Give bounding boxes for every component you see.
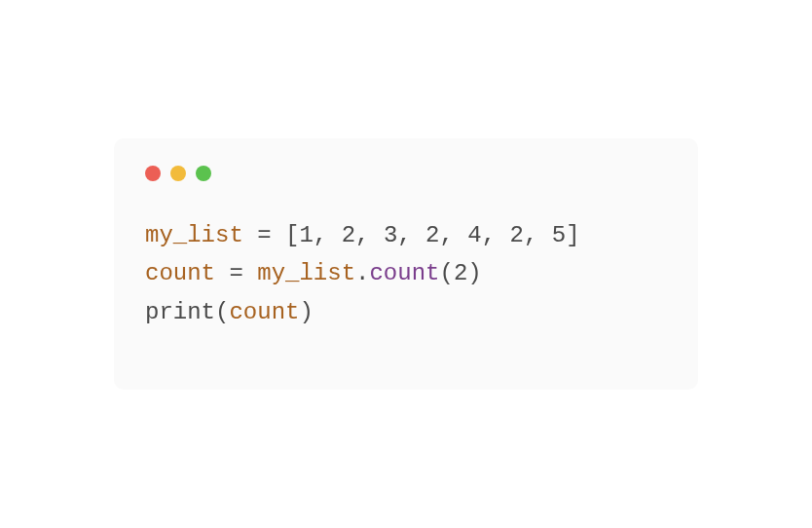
number: 2: [454, 260, 467, 286]
code-line-1: my_list = [1, 2, 3, 2, 4, 2, 5]: [145, 216, 667, 255]
number: 2: [425, 222, 439, 248]
code-window: my_list = [1, 2, 3, 2, 4, 2, 5]count = m…: [114, 138, 698, 391]
object-name: my_list: [257, 260, 355, 286]
close-icon: [145, 166, 161, 181]
dot-op: .: [355, 260, 369, 286]
comma: ,: [314, 222, 342, 248]
left-paren: (: [439, 260, 453, 286]
number: 2: [510, 222, 524, 248]
function-call: print: [145, 299, 215, 325]
variable-name: count: [145, 260, 215, 286]
assign-op: =: [215, 260, 257, 286]
number: 2: [342, 222, 355, 248]
number: 4: [467, 222, 481, 248]
comma: ,: [355, 222, 384, 248]
assign-op: =: [243, 222, 285, 248]
method-name: count: [369, 260, 439, 286]
right-paren: ): [467, 260, 481, 286]
right-paren: ): [299, 299, 313, 325]
comma: ,: [440, 222, 468, 248]
window-controls: [145, 166, 667, 181]
code-block: my_list = [1, 2, 3, 2, 4, 2, 5]count = m…: [145, 216, 667, 332]
right-bracket: ]: [566, 222, 579, 248]
minimize-icon: [170, 166, 186, 181]
number: 1: [299, 222, 313, 248]
left-bracket: [: [285, 222, 299, 248]
comma: ,: [482, 222, 510, 248]
code-line-3: print(count): [145, 293, 667, 332]
comma: ,: [524, 222, 552, 248]
argument: count: [229, 299, 299, 325]
code-line-2: count = my_list.count(2): [145, 254, 667, 293]
maximize-icon: [196, 166, 211, 181]
number: 3: [384, 222, 397, 248]
comma: ,: [397, 222, 425, 248]
variable-name: my_list: [145, 222, 243, 248]
number: 5: [552, 222, 566, 248]
left-paren: (: [215, 299, 229, 325]
